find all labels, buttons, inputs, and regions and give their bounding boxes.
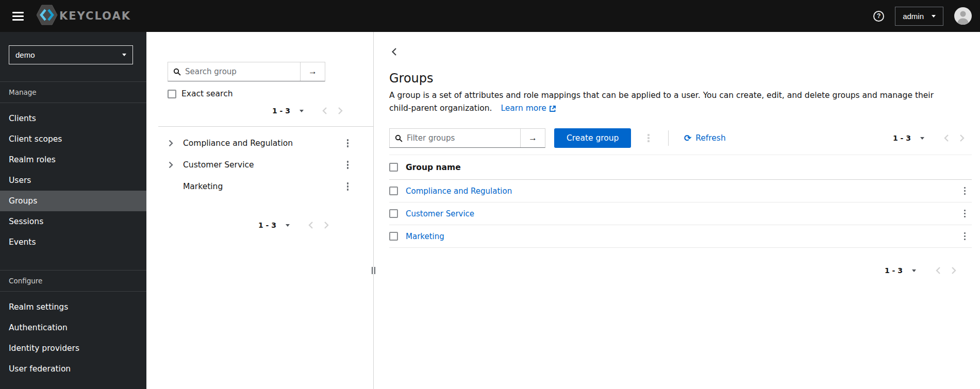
pagination-options-toggle[interactable] — [286, 224, 290, 227]
tree-item-label: Customer Service — [183, 160, 344, 170]
brand-text: KEYCLOAK — [59, 10, 131, 22]
panel-resize-divider[interactable] — [373, 32, 374, 389]
sidebar-nav: demo Manage Clients Client scopes Realm … — [0, 32, 146, 389]
external-link-icon — [549, 105, 556, 112]
chevron-down-icon — [932, 15, 936, 18]
group-search-group: → — [168, 62, 325, 81]
group-link-marketing[interactable]: Marketing — [406, 232, 444, 241]
user-menu-dropdown[interactable]: admin — [895, 7, 943, 26]
row-kebab-menu-icon[interactable] — [961, 185, 969, 197]
select-all-checkbox[interactable] — [389, 163, 398, 172]
exact-search-checkbox[interactable] — [168, 90, 176, 98]
table-pagination-top: 1 - 3 — [893, 131, 970, 145]
table-header-row: Group name — [389, 155, 972, 180]
group-link-customer-service[interactable]: Customer Service — [406, 209, 474, 218]
sidebar-item-clients[interactable]: Clients — [0, 108, 146, 129]
row-checkbox[interactable] — [389, 232, 398, 241]
group-link-compliance-and-regulation[interactable]: Compliance and Regulation — [406, 187, 512, 196]
group-search-input[interactable] — [185, 67, 300, 76]
arrow-right-icon: → — [528, 133, 537, 143]
row-checkbox[interactable] — [389, 187, 398, 195]
table-row: Customer Service — [389, 202, 972, 225]
pagination-prev-button[interactable] — [317, 104, 333, 118]
pagination-next-button[interactable] — [333, 104, 348, 118]
filter-groups-input[interactable] — [407, 133, 520, 143]
nav-section-title-manage: Manage — [0, 81, 146, 103]
exact-search-row: Exact search — [168, 89, 373, 98]
row-kebab-menu-icon[interactable] — [961, 208, 969, 220]
sidebar-item-user-federation[interactable]: User federation — [0, 359, 146, 379]
tree-item-customer-service[interactable]: Customer Service — [146, 154, 373, 176]
sidebar-item-realm-roles[interactable]: Realm roles — [0, 149, 146, 170]
page-description: A group is a set of attributes and role … — [389, 89, 972, 115]
pagination-options-toggle[interactable] — [300, 110, 304, 112]
chevron-right-icon — [338, 107, 343, 115]
chevron-left-icon — [322, 107, 327, 115]
chevron-right-icon — [951, 266, 956, 275]
sidebar-item-sessions[interactable]: Sessions — [0, 211, 146, 232]
chevron-right-icon — [169, 140, 173, 147]
pagination-range: 1 - 3 — [885, 266, 903, 275]
pagination-options-toggle[interactable] — [920, 137, 924, 140]
caret-down-icon — [300, 110, 304, 112]
chevron-left-icon — [391, 47, 397, 56]
realm-selector[interactable]: demo — [9, 45, 133, 64]
help-icon[interactable]: ? — [873, 11, 884, 22]
pagination-next-button[interactable] — [946, 263, 961, 278]
arrow-right-icon: → — [308, 66, 317, 76]
toolbar-kebab-menu-icon[interactable] — [644, 132, 653, 144]
table-row: Marketing — [389, 225, 972, 248]
filter-groups-submit-button[interactable]: → — [520, 129, 545, 147]
chevron-down-icon — [122, 54, 126, 56]
sidebar-item-users[interactable]: Users — [0, 170, 146, 191]
refresh-button[interactable]: ⟳ Refresh — [684, 133, 726, 143]
kebab-menu-icon[interactable] — [344, 137, 352, 149]
realm-selector-value: demo — [15, 50, 35, 59]
table-row: Compliance and Regulation — [389, 180, 972, 202]
search-icon — [173, 68, 181, 76]
kebab-menu-icon[interactable] — [344, 159, 352, 171]
learn-more-link[interactable]: Learn more — [501, 102, 556, 115]
kebab-menu-icon[interactable] — [344, 180, 352, 193]
hamburger-menu-icon[interactable] — [12, 12, 24, 21]
collapse-back-button[interactable] — [389, 46, 399, 57]
keycloak-admin-console: KEYCLOAK ? admin demo Manage — [0, 0, 980, 389]
resize-grip[interactable] — [372, 267, 375, 274]
sidebar-item-groups[interactable]: Groups — [0, 191, 146, 211]
sidebar-item-client-scopes[interactable]: Client scopes — [0, 129, 146, 149]
avatar[interactable] — [954, 7, 972, 25]
keycloak-brand-link[interactable]: KEYCLOAK — [37, 4, 131, 28]
pagination-options-toggle[interactable] — [912, 269, 916, 272]
tree-item-marketing[interactable]: Marketing — [146, 176, 373, 197]
chevron-left-icon — [944, 134, 949, 142]
exact-search-label: Exact search — [181, 89, 232, 98]
row-checkbox[interactable] — [389, 209, 398, 218]
tree-expand-toggle[interactable] — [169, 140, 183, 147]
sidebar-item-identity-providers[interactable]: Identity providers — [0, 338, 146, 359]
tree-pagination-bottom: 1 - 3 — [146, 218, 334, 232]
description-line-2: child-parent organization. — [389, 102, 492, 115]
caret-down-icon — [912, 269, 916, 272]
pagination-next-button[interactable] — [954, 131, 970, 145]
sidebar-item-events[interactable]: Events — [0, 232, 146, 252]
nav-list-manage: Clients Client scopes Realm roles Users … — [0, 103, 146, 258]
chevron-right-icon — [324, 221, 329, 229]
caret-down-icon — [286, 224, 290, 227]
column-header-group-name: Group name — [406, 163, 461, 172]
create-group-button[interactable]: Create group — [554, 128, 631, 148]
tree-item-compliance-and-regulation[interactable]: Compliance and Regulation — [146, 132, 373, 154]
sidebar-item-authentication[interactable]: Authentication — [0, 317, 146, 338]
pagination-prev-button[interactable] — [931, 263, 946, 278]
pagination-next-button[interactable] — [319, 218, 334, 232]
row-kebab-menu-icon[interactable] — [961, 230, 969, 243]
group-search-submit-button[interactable]: → — [300, 62, 325, 81]
nav-list-configure: Realm settings Authentication Identity p… — [0, 292, 146, 384]
chevron-right-icon — [959, 134, 965, 142]
pagination-prev-button[interactable] — [303, 218, 319, 232]
sidebar-item-realm-settings[interactable]: Realm settings — [0, 297, 146, 317]
tree-expand-toggle[interactable] — [169, 161, 183, 168]
pagination-prev-button[interactable] — [939, 131, 954, 145]
page-title: Groups — [389, 71, 972, 86]
keycloak-logo-icon — [37, 4, 58, 28]
tree-item-label: Compliance and Regulation — [183, 139, 344, 148]
